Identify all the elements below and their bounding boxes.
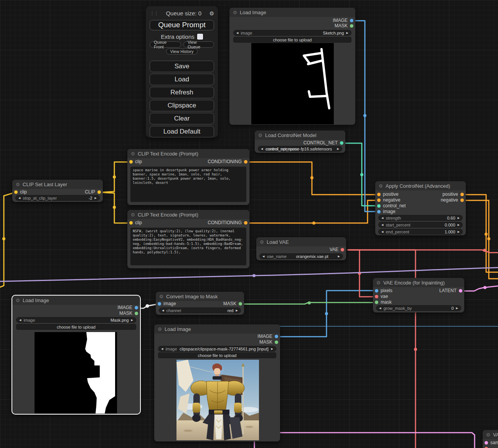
comfyui-canvas[interactable]: { "ui": { "drag_handle": "⋮⋮", "gear": "… — [0, 0, 498, 448]
input-port-clip[interactable] — [14, 190, 18, 194]
start-percent-widget[interactable]: ◀ start_percent 0.000 ▶ — [378, 222, 463, 228]
extra-options-checkbox[interactable] — [197, 34, 203, 40]
link-clip-in[interactable] — [0, 192, 15, 287]
upload-button[interactable]: choose file to upload — [233, 37, 351, 43]
node-apply-controlnet[interactable]: Apply ControlNet (Advanced) positive neg… — [375, 181, 466, 235]
decrement-icon[interactable]: ◀ — [381, 229, 383, 235]
node-title-bar[interactable]: VA — [483, 430, 498, 439]
node-load-image-sketch[interactable]: Load Image IMAGE MASK ◀ image Sketch.png… — [229, 8, 355, 125]
output-port-positive[interactable] — [460, 193, 464, 196]
node-clip-set-last-layer[interactable]: CLIP Set Last Layer clip CLIP ◀ stop_at_… — [12, 180, 103, 202]
node-title-bar[interactable]: Load Image — [12, 296, 140, 305]
next-value-icon[interactable]: ▶ — [271, 346, 273, 352]
link-negative-cond[interactable] — [247, 200, 375, 223]
vae-name-combo-widget[interactable]: ◀ vae_name orangemix.vae.pt ▶ — [259, 253, 343, 259]
grow-mask-by-widget[interactable]: ◀ grow_mask_by 0 ▶ — [376, 305, 461, 311]
queue-prompt-button[interactable]: Queue Prompt — [150, 20, 214, 31]
output-port-clip[interactable] — [97, 190, 101, 194]
node-title-bar[interactable]: CLIP Text Encode (Prompt) — [127, 210, 249, 219]
collapse-dot-icon[interactable] — [260, 240, 264, 244]
collapse-dot-icon[interactable] — [131, 213, 135, 217]
collapse-dot-icon[interactable] — [377, 281, 380, 284]
stop-at-clip-layer-widget[interactable]: ◀ stop_at_clip_layer -2 ▶ — [15, 195, 100, 201]
decrement-icon[interactable]: ◀ — [379, 305, 381, 311]
collapse-dot-icon[interactable] — [233, 11, 237, 14]
upload-button[interactable]: choose file to upload — [158, 352, 276, 358]
output-port-image[interactable] — [350, 19, 353, 22]
node-title-bar[interactable]: CLIP Text Encode (Prompt) — [127, 149, 249, 158]
collapse-dot-icon[interactable] — [16, 183, 20, 186]
input-port-image[interactable] — [158, 302, 161, 306]
collapse-dot-icon[interactable] — [259, 134, 262, 137]
save-button[interactable]: Save — [150, 61, 214, 72]
decrement-icon[interactable]: ◀ — [381, 215, 383, 221]
prev-value-icon[interactable]: ◀ — [19, 317, 21, 323]
output-port-mask[interactable] — [350, 24, 353, 28]
node-title-bar[interactable]: Load Image — [154, 324, 280, 334]
image-combo-widget[interactable]: ◀ image Sketch.png ▶ — [233, 30, 351, 36]
next-value-icon[interactable]: ▶ — [131, 317, 133, 323]
node-load-vae[interactable]: Load VAE VAE ◀ vae_name orangemix.vae.pt… — [256, 237, 346, 260]
prev-value-icon[interactable]: ◀ — [162, 307, 164, 313]
view-queue-button[interactable]: View Queue — [183, 41, 214, 48]
input-port-clip[interactable] — [129, 221, 133, 225]
node-load-image-mask[interactable]: Load Image IMAGE MASK ◀ image Mask.png ▶… — [12, 296, 140, 414]
increment-icon[interactable]: ▶ — [458, 222, 460, 228]
next-value-icon[interactable]: ▶ — [338, 253, 340, 259]
node-title-bar[interactable]: CLIP Set Last Layer — [12, 180, 103, 189]
channel-combo-widget[interactable]: ◀ channel red ▶ — [159, 307, 241, 313]
output-port-control-net[interactable] — [340, 141, 343, 145]
clear-button[interactable]: Clear — [150, 113, 214, 124]
node-title-bar[interactable]: Load ControlNet Model — [255, 131, 345, 140]
collapse-dot-icon[interactable] — [486, 433, 490, 436]
drag-handle-icon[interactable]: ⋮⋮ — [150, 11, 158, 16]
queue-front-button[interactable]: Queue Front — [150, 41, 181, 48]
input-port-vae[interactable] — [375, 295, 378, 298]
collapse-dot-icon[interactable] — [379, 184, 383, 188]
node-load-controlnet[interactable]: Load ControlNet Model CONTROL_NET ◀ cont… — [255, 131, 345, 153]
image-combo-widget[interactable]: ◀ image clipspace/clipspace-mask-7277456… — [158, 346, 276, 352]
next-value-icon[interactable]: ▶ — [346, 30, 348, 36]
prev-value-icon[interactable]: ◀ — [261, 146, 263, 152]
output-port-image[interactable] — [135, 306, 138, 309]
decrement-icon[interactable]: ◀ — [18, 195, 20, 201]
output-port-mask[interactable] — [135, 312, 138, 315]
increment-icon[interactable]: ▶ — [456, 305, 458, 311]
collapse-dot-icon[interactable] — [160, 295, 163, 298]
collapse-dot-icon[interactable] — [16, 299, 20, 302]
end-percent-widget[interactable]: ◀ end_percent 1.000 ▶ — [378, 229, 463, 235]
input-port-samples[interactable] — [485, 441, 488, 445]
strength-widget[interactable]: ◀ strength 0.60 ▶ — [378, 215, 463, 221]
node-title-bar[interactable]: Load Image — [229, 8, 355, 17]
collapse-dot-icon[interactable] — [131, 152, 135, 155]
node-title-bar[interactable]: Apply ControlNet (Advanced) — [375, 181, 466, 190]
link-samples[interactable] — [254, 433, 475, 448]
output-port-negative[interactable] — [460, 198, 464, 202]
prev-value-icon[interactable]: ◀ — [236, 30, 238, 36]
next-value-icon[interactable]: ▶ — [236, 307, 238, 313]
node-title-bar[interactable]: Load VAE — [256, 237, 346, 246]
input-port-image[interactable] — [377, 210, 381, 213]
output-port-mask[interactable] — [239, 302, 242, 306]
link-controlnet[interactable] — [343, 143, 375, 206]
node-convert-image-to-mask[interactable]: Convert Image to Mask image MASK ◀ chann… — [156, 292, 244, 315]
node-clip-encode-negative[interactable]: CLIP Text Encode (Prompt) clip CONDITION… — [127, 210, 249, 268]
link-latent-out[interactable] — [461, 286, 498, 291]
output-port-mask[interactable] — [275, 341, 278, 344]
output-port-vae[interactable] — [341, 248, 344, 251]
increment-icon[interactable]: ▶ — [458, 229, 460, 235]
input-port-positive[interactable] — [377, 193, 381, 196]
link-positive-out[interactable] — [463, 195, 498, 272]
clipspace-button[interactable]: Clipspace — [150, 100, 214, 111]
upload-button[interactable]: choose file to upload — [16, 324, 136, 330]
link-negative-out[interactable] — [463, 200, 498, 279]
refresh-button[interactable]: Refresh — [150, 87, 214, 98]
gear-icon[interactable]: ⚙ — [209, 10, 214, 17]
input-port-negative[interactable] — [377, 198, 381, 202]
link-mask[interactable] — [242, 303, 373, 304]
node-vae-encode-inpaint[interactable]: VAE Encode (for Inpainting) pixels vae m… — [373, 278, 464, 312]
prev-value-icon[interactable]: ◀ — [161, 346, 163, 352]
view-history-button[interactable]: View History — [166, 48, 198, 55]
input-port-clip[interactable] — [129, 160, 133, 164]
prompt-textarea[interactable]: space marine in desertpunk power armor h… — [130, 167, 246, 202]
